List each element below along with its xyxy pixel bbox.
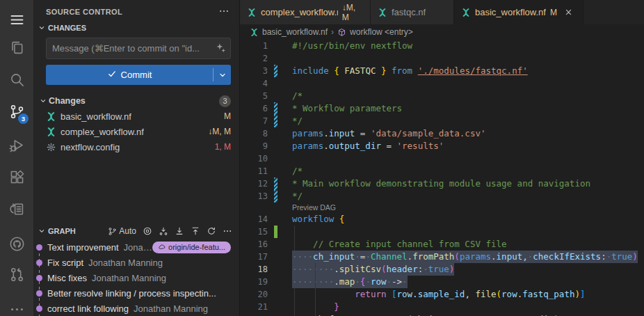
line-number: 7 bbox=[240, 115, 268, 127]
graph-controls: Auto bbox=[108, 226, 232, 236]
nextflow-icon bbox=[46, 111, 56, 122]
code-editor[interactable]: 1#!/usr/bin/env nextflow23include { FAST… bbox=[240, 40, 644, 316]
close-icon[interactable] bbox=[564, 8, 573, 17]
code-line-16: 16 // Create input channel from CSV file bbox=[240, 238, 644, 251]
line-number: 4 bbox=[240, 77, 268, 90]
commit-row[interactable]: Fix scriptJonathan Manning bbox=[33, 255, 239, 270]
sparkle-icon[interactable] bbox=[216, 42, 226, 55]
editor-tab-fastqc-nf[interactable]: fastqc.nf bbox=[371, 0, 454, 24]
git-modified-gutter-icon bbox=[274, 115, 277, 127]
code-line-4: 4 bbox=[240, 77, 644, 90]
code-line-22: 22 ch_fastqc = FASTQC(ch_input, params.o… bbox=[240, 313, 644, 316]
commit-message: correct link following bbox=[47, 303, 129, 314]
commit-row[interactable]: Better resolve linking / process inspect… bbox=[33, 285, 239, 301]
line-number: 11 bbox=[240, 165, 268, 177]
run-debug-icon[interactable] bbox=[0, 131, 33, 159]
changes-tree-header[interactable]: Changes 3 bbox=[33, 93, 239, 109]
commit-row[interactable]: Misc fixesJonathan Manning bbox=[33, 270, 239, 285]
commit-row[interactable]: Text improvementJonathan Manningorigin/i… bbox=[33, 239, 239, 255]
tab-git-decoration: M bbox=[550, 8, 557, 17]
commit-button-label: Commit bbox=[121, 70, 152, 80]
more-actions-icon[interactable] bbox=[218, 6, 230, 18]
gear-icon bbox=[46, 142, 56, 152]
git-status-label: M bbox=[224, 111, 231, 121]
changed-files-list: basic_workflow.nfMcomplex_workflow.nf↓M,… bbox=[33, 109, 239, 155]
indent-guide bbox=[294, 288, 295, 301]
editor-area: complex_workflow.nf↓M, Mfastqc.nfbasic_w… bbox=[240, 0, 644, 316]
more-icon[interactable] bbox=[223, 226, 232, 236]
commit-message: Text improvement bbox=[47, 242, 119, 253]
sidebar-spacer bbox=[33, 155, 239, 223]
breadcrumb-symbol[interactable]: workflow <entry> bbox=[350, 27, 413, 37]
menu-icon[interactable] bbox=[0, 6, 33, 33]
code-line-content: ········.map·{·row·->· bbox=[292, 276, 408, 288]
refresh-icon[interactable] bbox=[207, 226, 216, 236]
pull-request-icon[interactable] bbox=[0, 260, 33, 288]
commit-author: Jonathan Manning bbox=[92, 273, 166, 283]
changed-file-row[interactable]: nextflow.config1, M bbox=[33, 139, 239, 155]
changed-file-row[interactable]: basic_workflow.nfM bbox=[33, 109, 239, 124]
editor-tab-complex_workflow-nf[interactable]: complex_workflow.nf↓M, M bbox=[240, 0, 371, 24]
vscode-window: 3 SOURCE CONTROL CHANGES Commit Changes … bbox=[0, 0, 644, 316]
commit-message-input[interactable] bbox=[46, 38, 231, 59]
pull-icon[interactable] bbox=[175, 226, 184, 236]
code-line-content: /* bbox=[292, 90, 303, 102]
codelens-preview-dag[interactable]: Preview DAG bbox=[292, 203, 644, 213]
editor-tab-basic_workflow-nf[interactable]: basic_workflow.nfM bbox=[454, 0, 583, 24]
code-line-10: 10 bbox=[240, 152, 644, 165]
changes-section-label: CHANGES bbox=[48, 24, 86, 32]
sidebar-title: SOURCE CONTROL bbox=[46, 8, 122, 16]
code-line-14: 14workflow { bbox=[240, 213, 644, 226]
code-line-13: 13*/ bbox=[240, 190, 644, 203]
indent-guide bbox=[315, 276, 316, 288]
git-modified-gutter-icon bbox=[274, 65, 277, 77]
code-line-8: 8params.input = 'data/sample_data.csv' bbox=[240, 127, 644, 140]
source-control-icon[interactable]: 3 bbox=[0, 97, 33, 125]
source-control-sidebar: SOURCE CONTROL CHANGES Commit Changes 3 … bbox=[33, 0, 240, 316]
code-line-19: 19········.map·{·row·->· bbox=[240, 276, 644, 288]
code-line-17: 17····ch_input·=·Channel.fromPath(params… bbox=[240, 251, 644, 263]
file-name: basic_workflow.nf bbox=[61, 111, 131, 122]
references-icon[interactable] bbox=[0, 195, 33, 223]
line-number: 17 bbox=[240, 251, 268, 263]
tab-git-decoration: ↓M, M bbox=[342, 3, 363, 22]
code-line-content: */ bbox=[292, 115, 303, 127]
commit-message: Misc fixes bbox=[47, 273, 87, 283]
search-icon[interactable] bbox=[0, 65, 33, 93]
auto-layout-control[interactable]: Auto bbox=[108, 226, 136, 236]
nextflow-icon bbox=[250, 28, 259, 37]
chevron-down-icon bbox=[39, 97, 47, 105]
commit-button-main[interactable]: Commit bbox=[46, 65, 213, 85]
push-icon[interactable] bbox=[191, 226, 200, 236]
github-icon[interactable] bbox=[0, 230, 33, 258]
tab-label: fastqc.nf bbox=[392, 7, 426, 17]
line-number: 15 bbox=[240, 226, 268, 238]
graph-section-header[interactable]: GRAPH Auto bbox=[33, 223, 239, 239]
indent-guide bbox=[315, 263, 316, 276]
explorer-icon[interactable] bbox=[0, 33, 33, 61]
git-status-label: 1, M bbox=[215, 142, 231, 152]
indent-guide bbox=[315, 301, 316, 313]
commit-dot-icon bbox=[36, 306, 42, 312]
code-line-15: 15 bbox=[240, 226, 644, 238]
changes-section-header[interactable]: CHANGES bbox=[33, 19, 239, 36]
line-number: 21 bbox=[240, 301, 268, 313]
commit-author: Jonathan Manning bbox=[88, 258, 163, 268]
breadcrumb: basic_workflow.nf › workflow <entry> bbox=[240, 24, 644, 40]
branch-badge: origin/ide-featu... bbox=[152, 242, 231, 253]
git-added-gutter-icon bbox=[274, 226, 277, 238]
code-line-content: ········.splitCsv(header:·true) bbox=[292, 263, 454, 276]
editor-tab-bar: complex_workflow.nf↓M, Mfastqc.nfbasic_w… bbox=[240, 0, 644, 24]
code-line-9: 9params.output_dir = 'results' bbox=[240, 140, 644, 152]
changed-file-row[interactable]: complex_workflow.nf↓M, M bbox=[33, 124, 239, 139]
line-number: 14 bbox=[240, 213, 268, 226]
breadcrumb-file[interactable]: basic_workflow.nf bbox=[262, 27, 328, 37]
line-number: 3 bbox=[240, 65, 268, 77]
commit-row[interactable]: correct link followingJonathan Manning bbox=[33, 301, 239, 316]
commit-button[interactable]: Commit bbox=[46, 65, 231, 85]
target-icon[interactable] bbox=[143, 226, 152, 236]
extensions-icon[interactable] bbox=[0, 163, 33, 191]
commit-dropdown-button[interactable] bbox=[214, 65, 231, 85]
more-icon[interactable] bbox=[0, 295, 33, 316]
fetch-icon[interactable] bbox=[159, 226, 168, 236]
